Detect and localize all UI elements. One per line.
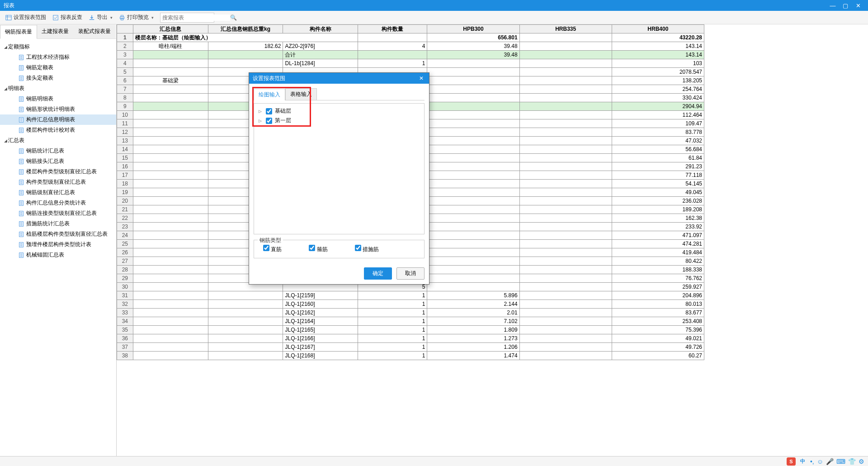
- tab-civil[interactable]: 土建报表量: [37, 24, 74, 38]
- tree-item[interactable]: 楼层构件统计校对表: [0, 125, 116, 135]
- table-row[interactable]: 36JLQ-1[2166]11.27349.021: [117, 334, 704, 343]
- svg-rect-0: [6, 15, 11, 20]
- range-icon: [5, 14, 12, 21]
- document-icon: [18, 190, 24, 196]
- tree-category[interactable]: ◢定额指标: [0, 42, 116, 52]
- tree-item[interactable]: 措施筋统计汇总表: [0, 219, 116, 229]
- search-icon[interactable]: 🔍: [230, 14, 237, 21]
- tree-item[interactable]: 楼层构件类型级别直径汇总表: [0, 166, 116, 177]
- floor-check-1[interactable]: [266, 118, 272, 124]
- tree-category[interactable]: ◢汇总表: [0, 135, 116, 146]
- table-row[interactable]: 38JLQ-1[2168]11.47460.27: [117, 352, 704, 360]
- type-stirrup[interactable]: 箍筋: [309, 245, 327, 253]
- col-name: 构件名称: [283, 25, 358, 33]
- type-straight[interactable]: 直筋: [263, 245, 282, 253]
- table-row[interactable]: 37JLQ-1[2167]11.20649.726: [117, 343, 704, 352]
- search-input-wrap[interactable]: 🔍: [160, 13, 214, 23]
- svg-rect-5: [121, 15, 123, 17]
- export-icon: [89, 14, 95, 21]
- tree-item[interactable]: 构件类型级别直径汇总表: [0, 177, 116, 187]
- expand-icon[interactable]: ▷: [259, 109, 263, 114]
- export-button[interactable]: 导出 ▾: [86, 12, 115, 23]
- tree-item[interactable]: 钢筋明细表: [0, 94, 116, 104]
- floor-list: ▷ 基础层 ▷ 第一层: [254, 103, 425, 234]
- tree-item[interactable]: 钢筋统计汇总表: [0, 146, 116, 156]
- table-row[interactable]: 2暗柱/端柱182.62AZ20-2[976]439.48143.14: [117, 42, 704, 51]
- close-icon[interactable]: ✕: [852, 2, 864, 9]
- col-weight: 汇总信息钢筋总重kg: [208, 25, 283, 33]
- titlebar: 报表 — ▢ ✕: [0, 0, 868, 11]
- col-hrb400: HRB400: [612, 25, 704, 33]
- expand-icon[interactable]: ▷: [259, 119, 263, 123]
- dialog-titlebar[interactable]: 设置报表范围 ✕: [249, 73, 429, 84]
- table-row[interactable]: 31JLQ-1[2159]15.896204.896: [117, 291, 704, 300]
- tree-item[interactable]: 钢筋连接类型级别直径汇总表: [0, 208, 116, 219]
- sidebar-tabs: 钢筋报表量 土建报表量 装配式报表量: [0, 24, 116, 39]
- tree-item[interactable]: 构件汇总信息分类统计表: [0, 198, 116, 208]
- tree-item[interactable]: 钢筋级别直径汇总表: [0, 187, 116, 198]
- dialog-close-icon[interactable]: ✕: [417, 75, 425, 81]
- maximize-icon[interactable]: ▢: [839, 2, 852, 9]
- document-icon: [18, 200, 24, 206]
- table-row[interactable]: 3合计39.48143.14: [117, 51, 704, 59]
- tree-category[interactable]: ◢明细表: [0, 83, 116, 94]
- table-row[interactable]: 33JLQ-1[2162]12.0183.677: [117, 309, 704, 317]
- table-row[interactable]: 4DL-1b[1284]1103: [117, 59, 704, 68]
- app-title: 报表: [4, 2, 826, 10]
- set-range-dialog: 设置报表范围 ✕ 绘图输入 表格输入 ▷ 基础层 ▷ 第一层: [249, 72, 429, 285]
- reverse-check-icon: [52, 14, 59, 21]
- document-icon: [18, 54, 24, 61]
- document-icon: [18, 158, 24, 165]
- tree-item[interactable]: 钢筋形状统计明细表: [0, 104, 116, 114]
- document-icon: [18, 252, 24, 258]
- search-input[interactable]: [162, 14, 230, 21]
- report-tree: ◢定额指标工程技术经济指标钢筋定额表接头定额表◢明细表钢筋明细表钢筋形状统计明细…: [0, 39, 116, 456]
- document-icon: [18, 169, 24, 175]
- tab-drawing-input[interactable]: 绘图输入: [254, 89, 285, 100]
- tab-table-input[interactable]: 表格输入: [285, 88, 317, 100]
- cancel-button[interactable]: 取消: [396, 267, 425, 280]
- document-icon: [18, 210, 24, 217]
- tab-prefab[interactable]: 装配式报表量: [73, 24, 116, 38]
- document-icon: [18, 221, 24, 227]
- type-legend: 钢筋类型: [258, 237, 283, 244]
- tree-item[interactable]: 工程技术经济指标: [0, 52, 116, 62]
- reverse-check-button[interactable]: 报表反查: [50, 12, 85, 23]
- tree-item[interactable]: 植筋楼层构件类型级别直径汇总表: [0, 229, 116, 239]
- col-hpb300: HPB300: [427, 25, 519, 33]
- ok-button[interactable]: 确定: [364, 267, 392, 280]
- document-icon: [18, 242, 24, 248]
- tree-item[interactable]: 钢筋定额表: [0, 62, 116, 73]
- tab-rebar[interactable]: 钢筋报表量: [0, 25, 37, 39]
- chevron-down-icon: ▾: [151, 15, 154, 20]
- tree-item[interactable]: 机械锚固汇总表: [0, 250, 116, 260]
- document-icon: [18, 65, 24, 71]
- document-icon: [18, 148, 24, 154]
- tree-item[interactable]: 接头定额表: [0, 73, 116, 83]
- set-report-range-button[interactable]: 设置报表范围: [3, 12, 49, 23]
- print-preview-button[interactable]: 打印预览 ▾: [116, 12, 156, 23]
- dialog-title: 设置报表范围: [253, 75, 417, 82]
- table-row[interactable]: 35JLQ-1[2165]11.80975.396: [117, 326, 704, 334]
- document-icon: [18, 96, 24, 102]
- grid-area[interactable]: 汇总信息 汇总信息钢筋总重kg 构件名称 构件数量 HPB300 HRB335 …: [117, 24, 868, 456]
- floor-check-base[interactable]: [266, 108, 272, 114]
- floor-item-base[interactable]: ▷ 基础层: [257, 106, 421, 116]
- tree-item[interactable]: 构件汇总信息明细表: [0, 114, 116, 125]
- document-icon: [18, 179, 24, 185]
- table-row[interactable]: 34JLQ-1[2164]17.102253.408: [117, 317, 704, 326]
- type-measure[interactable]: 措施筋: [355, 245, 379, 253]
- document-icon: [18, 127, 24, 133]
- col-count: 构件数量: [358, 25, 427, 33]
- sidebar: 钢筋报表量 土建报表量 装配式报表量 ◢定额指标工程技术经济指标钢筋定额表接头定…: [0, 24, 117, 456]
- document-icon: [18, 106, 24, 113]
- col-hrb335: HRB335: [519, 25, 612, 33]
- tree-item[interactable]: 钢筋接头汇总表: [0, 156, 116, 166]
- minimize-icon[interactable]: —: [826, 2, 839, 9]
- col-summary: 汇总信息: [133, 25, 208, 33]
- table-row[interactable]: 32JLQ-1[2160]12.14480.013: [117, 300, 704, 309]
- table-row[interactable]: 1楼层名称：基础层（绘图输入）656.80143220.28: [117, 33, 704, 42]
- tree-item[interactable]: 预埋件楼层构件类型统计表: [0, 239, 116, 250]
- rebar-type-group: 钢筋类型 直筋 箍筋 措施筋: [254, 240, 425, 258]
- floor-item-1[interactable]: ▷ 第一层: [257, 116, 421, 125]
